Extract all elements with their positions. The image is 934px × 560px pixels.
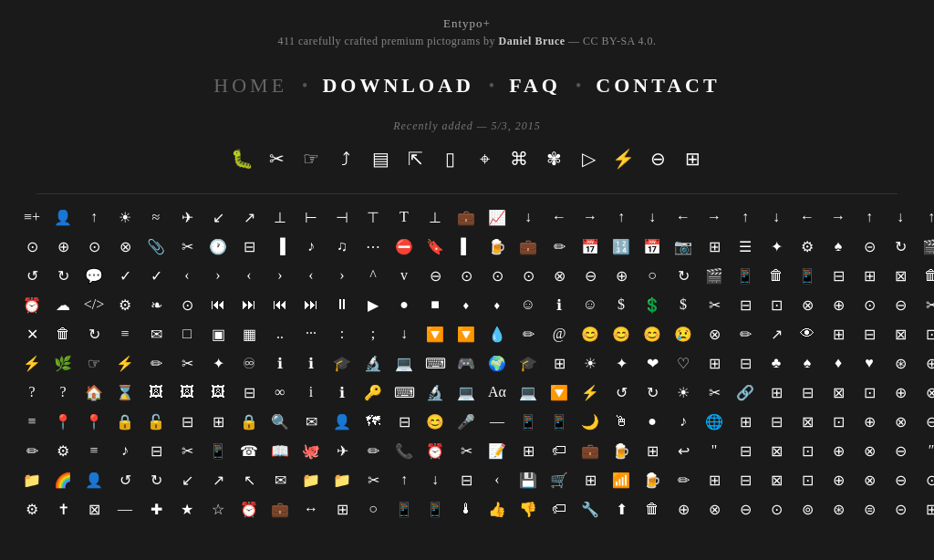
icon-cell[interactable]: ⊙: [483, 264, 511, 287]
icon-cell[interactable]: ⊗: [856, 468, 883, 492]
icon-cell[interactable]: ✉: [266, 468, 294, 492]
icon-cell[interactable]: ↑: [732, 205, 759, 229]
icon-cell[interactable]: 🕐: [204, 234, 232, 258]
icon-cell[interactable]: ›: [328, 264, 356, 287]
icon-cell[interactable]: ▦: [235, 322, 263, 346]
icon-cell[interactable]: ⊞: [918, 497, 934, 521]
icon-cell[interactable]: ✂: [700, 380, 728, 404]
icon-cell[interactable]: ⊝: [887, 497, 914, 521]
icon-cell[interactable]: 🎬: [700, 264, 728, 287]
icon-cell[interactable]: ⊙: [173, 293, 201, 316]
icon-cell[interactable]: ☰: [732, 234, 759, 258]
icon-cell[interactable]: ✕: [18, 322, 46, 346]
icon-cell[interactable]: ✏: [142, 351, 170, 375]
icon-cell[interactable]: ⊙: [452, 264, 480, 287]
icon-cell[interactable]: ⊠: [825, 380, 852, 404]
icon-cell[interactable]: ✉: [297, 410, 325, 433]
icon-cell[interactable]: $: [607, 293, 635, 316]
icon-cell[interactable]: 🍺: [638, 468, 666, 492]
icon-cell[interactable]: ⊡: [856, 380, 883, 404]
icon-cell[interactable]: ⊡: [918, 322, 934, 346]
icon-cell[interactable]: ⊠: [794, 410, 821, 433]
icon-cell[interactable]: ⊡: [794, 468, 821, 492]
icon-cell[interactable]: ↑: [856, 205, 883, 229]
icon-cell[interactable]: 🔽: [421, 322, 449, 346]
icon-cell[interactable]: ↻: [142, 468, 170, 492]
icon-cell[interactable]: ⊟: [825, 264, 852, 287]
icon-cell[interactable]: ☆: [204, 497, 232, 521]
icon-cell[interactable]: ⬧: [483, 293, 511, 316]
icon-cell[interactable]: 🍺: [483, 234, 511, 258]
icon-cell[interactable]: →: [825, 205, 852, 229]
icon-cell[interactable]: 📱: [514, 410, 542, 433]
icon-cell[interactable]: ≡: [80, 439, 108, 462]
icon-cell[interactable]: ○: [638, 264, 666, 287]
icon-cell[interactable]: 📱: [204, 439, 232, 462]
icon-cell[interactable]: 🌈: [49, 468, 77, 492]
icon-cell[interactable]: 🔑: [359, 380, 387, 404]
icon-cell[interactable]: 🔽: [452, 322, 480, 346]
icon-cell[interactable]: ⊖: [887, 439, 914, 462]
icon-cell[interactable]: 👎: [514, 497, 542, 521]
icon-cell[interactable]: 🎓: [514, 351, 542, 375]
icon-cell[interactable]: 🌐: [700, 410, 728, 433]
icon-cell[interactable]: ℹ: [297, 351, 325, 375]
icon-cell[interactable]: ↑: [607, 205, 635, 229]
icon-cell[interactable]: 🎬: [918, 234, 934, 258]
icon-cell[interactable]: ✦: [204, 351, 232, 375]
icon-cell[interactable]: ⊞: [825, 322, 852, 346]
icon-cell[interactable]: ⊞: [856, 264, 883, 287]
nav-home[interactable]: HOME: [202, 70, 298, 101]
icon-cell[interactable]: ↻: [638, 380, 666, 404]
icon-cell[interactable]: ⊖: [576, 264, 604, 287]
icon-cell[interactable]: ⊚: [794, 497, 821, 521]
icon-cell[interactable]: ⊕: [887, 380, 914, 404]
icon-cell[interactable]: 👤: [80, 468, 108, 492]
icon-cell[interactable]: 🗺: [359, 410, 387, 433]
icon-cell[interactable]: □: [173, 322, 201, 346]
icon-cell[interactable]: ⚙: [18, 497, 46, 521]
icon-cell[interactable]: ⊙: [80, 234, 108, 258]
featured-icon-play[interactable]: ▷: [576, 146, 601, 171]
icon-cell[interactable]: 👁: [794, 322, 821, 346]
icon-cell[interactable]: ≡+: [18, 205, 46, 229]
icon-cell[interactable]: ↔: [297, 497, 325, 521]
icon-cell[interactable]: 📱: [421, 497, 449, 521]
icon-cell[interactable]: ↻: [49, 264, 77, 287]
icon-cell[interactable]: ⊠: [763, 439, 790, 462]
icon-cell[interactable]: 🗑: [763, 264, 790, 287]
icon-cell[interactable]: ;: [359, 322, 387, 346]
icon-cell[interactable]: ⚡: [18, 351, 46, 375]
icon-cell[interactable]: ⊙: [514, 264, 542, 287]
icon-cell[interactable]: ⊕: [825, 468, 852, 492]
icon-cell[interactable]: —: [483, 410, 511, 433]
icon-cell[interactable]: ℹ: [266, 351, 294, 375]
featured-icon-circle-minus[interactable]: ⊖: [645, 146, 670, 171]
icon-cell[interactable]: ↙: [204, 205, 232, 229]
icon-cell[interactable]: ⊠: [80, 497, 108, 521]
icon-cell[interactable]: 🔓: [142, 410, 170, 433]
icon-cell[interactable]: 😊: [638, 322, 666, 346]
icon-cell[interactable]: ●: [638, 410, 666, 433]
icon-cell[interactable]: ✦: [607, 351, 635, 375]
icon-cell[interactable]: ⊕: [856, 410, 883, 433]
icon-cell[interactable]: ✏: [359, 439, 387, 462]
icon-cell[interactable]: ⊙: [856, 293, 883, 316]
icon-cell[interactable]: ?: [49, 380, 77, 404]
icon-cell[interactable]: ∞: [266, 380, 294, 404]
icon-cell[interactable]: ⚡: [111, 351, 139, 375]
icon-cell[interactable]: 🌙: [576, 410, 604, 433]
icon-cell[interactable]: ⊞: [514, 439, 542, 462]
featured-icon-mobile[interactable]: ▯: [437, 146, 462, 171]
icon-cell[interactable]: 🖼: [142, 380, 170, 404]
icon-cell[interactable]: 🌡: [452, 497, 480, 521]
icon-cell[interactable]: ☎: [235, 439, 263, 462]
icon-cell[interactable]: ⏰: [421, 439, 449, 462]
icon-cell[interactable]: ✉: [142, 322, 170, 346]
icon-cell[interactable]: ☀: [576, 351, 604, 375]
icon-cell[interactable]: 🔬: [359, 351, 387, 375]
icon-cell[interactable]: 📎: [142, 234, 170, 258]
icon-cell[interactable]: </>: [80, 293, 108, 316]
icon-cell[interactable]: ⊗: [887, 410, 914, 433]
icon-cell[interactable]: ⊞: [700, 234, 728, 258]
